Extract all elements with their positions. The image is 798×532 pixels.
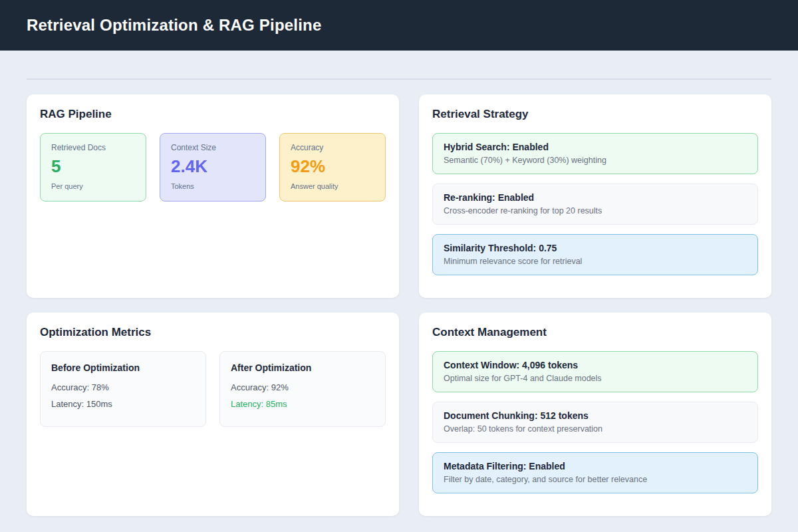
stat-label: Retrieved Docs: [51, 143, 135, 152]
stat-sub: Per query: [51, 182, 135, 190]
metric-latency-before: Latency: 150ms: [51, 399, 195, 409]
stat-label: Accuracy: [291, 143, 374, 152]
strategy-item-hybrid-search: Hybrid Search: Enabled Semantic (70%) + …: [432, 133, 758, 174]
metric-latency-after: Latency: 85ms: [231, 399, 374, 409]
divider: [27, 78, 771, 80]
stat-context-size: Context Size 2.4K Tokens: [160, 133, 266, 201]
item-title: Hybrid Search: Enabled: [444, 142, 747, 152]
card-title-retrieval-strategy: Retrieval Strategy: [432, 108, 758, 121]
stat-accuracy: Accuracy 92% Answer quality: [279, 133, 386, 201]
header-bar: Retrieval Optimization & RAG Pipeline: [0, 0, 798, 51]
stat-label: Context Size: [171, 143, 255, 152]
item-title: Similarity Threshold: 0.75: [444, 243, 747, 253]
item-title: Document Chunking: 512 tokens: [444, 410, 747, 421]
item-desc: Filter by date, category, and source for…: [444, 475, 747, 484]
panels-row: Before Optimization Accuracy: 78% Latenc…: [40, 351, 386, 427]
stat-retrieved-docs: Retrieved Docs 5 Per query: [40, 133, 146, 201]
stats-row: Retrieved Docs 5 Per query Context Size …: [40, 133, 386, 201]
metric-accuracy-before: Accuracy: 78%: [51, 382, 195, 392]
card-title-rag-pipeline: RAG Pipeline: [40, 108, 386, 121]
strategy-item-reranking: Re-ranking: Enabled Cross-encoder re-ran…: [432, 184, 758, 225]
panel-title: Before Optimization: [51, 362, 195, 373]
panel-title: After Optimization: [231, 362, 374, 373]
strategy-item-similarity-threshold: Similarity Threshold: 0.75 Minimum relev…: [432, 234, 758, 275]
metric-accuracy-after: Accuracy: 92%: [231, 382, 374, 392]
card-title-optimization-metrics: Optimization Metrics: [40, 326, 386, 339]
item-desc: Minimum relevance score for retrieval: [444, 257, 747, 266]
card-retrieval-strategy: Retrieval Strategy Hybrid Search: Enable…: [419, 94, 771, 298]
stat-sub: Tokens: [171, 182, 255, 190]
page-title: Retrieval Optimization & RAG Pipeline: [27, 16, 321, 35]
card-title-context-management: Context Management: [432, 326, 758, 339]
item-title: Re-ranking: Enabled: [444, 192, 747, 203]
context-item-document-chunking: Document Chunking: 512 tokens Overlap: 5…: [432, 402, 758, 443]
item-title: Context Window: 4,096 tokens: [444, 360, 747, 370]
context-item-context-window: Context Window: 4,096 tokens Optimal siz…: [432, 351, 758, 392]
stat-value: 92%: [291, 156, 374, 177]
stat-value: 2.4K: [171, 156, 255, 177]
stat-value: 5: [51, 156, 135, 177]
stat-sub: Answer quality: [291, 182, 374, 190]
panel-after-optimization: After Optimization Accuracy: 92% Latency…: [219, 351, 386, 427]
context-item-metadata-filtering: Metadata Filtering: Enabled Filter by da…: [432, 452, 758, 493]
item-desc: Overlap: 50 tokens for context preservat…: [444, 424, 747, 434]
card-context-management: Context Management Context Window: 4,096…: [419, 313, 771, 516]
content-grid: RAG Pipeline Retrieved Docs 5 Per query …: [27, 94, 771, 516]
card-optimization-metrics: Optimization Metrics Before Optimization…: [27, 313, 399, 516]
item-desc: Optimal size for GPT-4 and Claude models: [444, 374, 747, 383]
item-title: Metadata Filtering: Enabled: [444, 461, 747, 471]
item-desc: Semantic (70%) + Keyword (30%) weighting: [444, 156, 747, 165]
item-desc: Cross-encoder re-ranking for top 20 resu…: [444, 206, 747, 215]
card-rag-pipeline: RAG Pipeline Retrieved Docs 5 Per query …: [27, 94, 399, 298]
panel-before-optimization: Before Optimization Accuracy: 78% Latenc…: [40, 351, 206, 427]
